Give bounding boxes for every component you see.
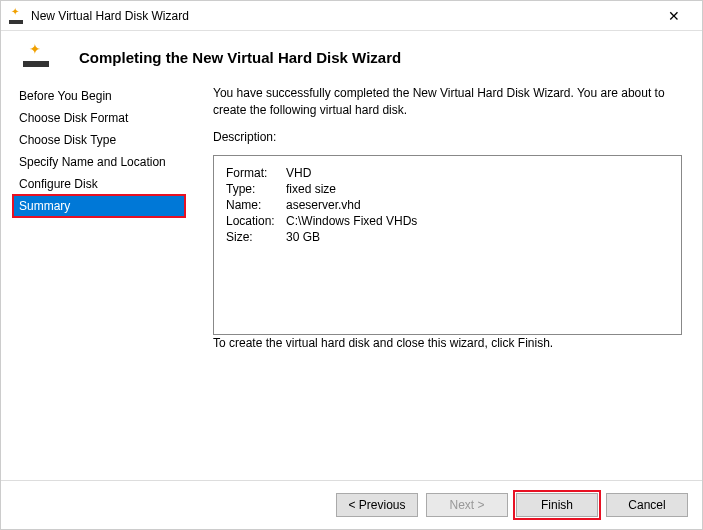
summary-row-format: Format: VHD — [226, 166, 669, 180]
next-button: Next > — [426, 493, 508, 517]
description-label: Description: — [213, 129, 682, 146]
wizard-steps: Before You Begin Choose Disk Format Choo… — [13, 85, 185, 362]
button-bar: < Previous Next > Finish Cancel — [1, 480, 702, 529]
summary-value: 30 GB — [286, 230, 320, 244]
step-summary[interactable]: Summary — [13, 195, 185, 217]
step-choose-disk-type[interactable]: Choose Disk Type — [13, 129, 185, 151]
wizard-main: You have successfully completed the New … — [185, 85, 690, 362]
summary-row-type: Type: fixed size — [226, 182, 669, 196]
page-title: Completing the New Virtual Hard Disk Wiz… — [79, 49, 401, 66]
close-icon[interactable]: ✕ — [654, 1, 694, 31]
previous-button[interactable]: < Previous — [336, 493, 418, 517]
summary-value: fixed size — [286, 182, 336, 196]
wizard-header-icon: ✦ — [21, 47, 53, 67]
summary-key: Type: — [226, 182, 286, 196]
step-configure-disk[interactable]: Configure Disk — [13, 173, 185, 195]
summary-key: Name: — [226, 198, 286, 212]
closing-text: To create the virtual hard disk and clos… — [213, 335, 682, 352]
summary-row-size: Size: 30 GB — [226, 230, 669, 244]
summary-value: C:\Windows Fixed VHDs — [286, 214, 417, 228]
summary-row-name: Name: aseserver.vhd — [226, 198, 669, 212]
titlebar: ✦ New Virtual Hard Disk Wizard ✕ — [1, 1, 702, 31]
wizard-header: ✦ Completing the New Virtual Hard Disk W… — [1, 31, 702, 85]
description-box: Format: VHD Type: fixed size Name: asese… — [213, 155, 682, 335]
summary-value: aseserver.vhd — [286, 198, 361, 212]
step-specify-name-location[interactable]: Specify Name and Location — [13, 151, 185, 173]
intro-text: You have successfully completed the New … — [213, 85, 682, 119]
summary-value: VHD — [286, 166, 311, 180]
summary-key: Size: — [226, 230, 286, 244]
summary-key: Location: — [226, 214, 286, 228]
summary-key: Format: — [226, 166, 286, 180]
step-before-you-begin[interactable]: Before You Begin — [13, 85, 185, 107]
wizard-icon: ✦ — [9, 8, 25, 24]
step-choose-disk-format[interactable]: Choose Disk Format — [13, 107, 185, 129]
window-title: New Virtual Hard Disk Wizard — [31, 9, 189, 23]
finish-button[interactable]: Finish — [516, 493, 598, 517]
cancel-button[interactable]: Cancel — [606, 493, 688, 517]
summary-row-location: Location: C:\Windows Fixed VHDs — [226, 214, 669, 228]
